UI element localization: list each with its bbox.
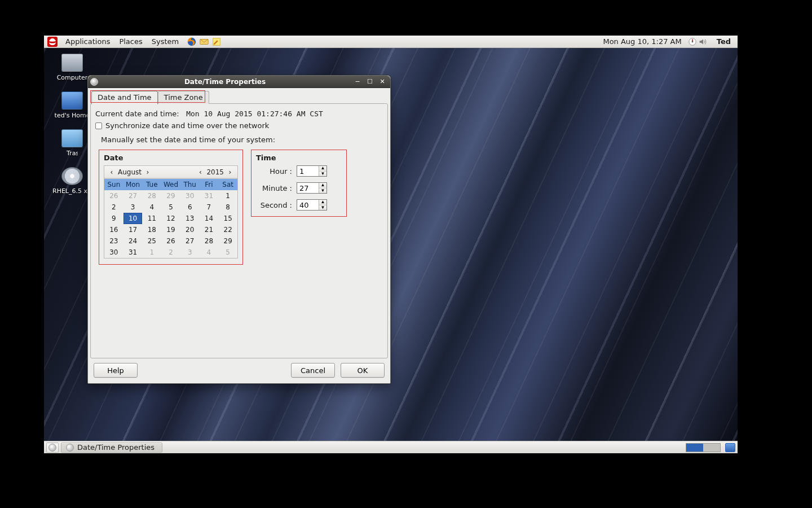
menu-system[interactable]: System: [147, 36, 183, 48]
calendar-day[interactable]: 14: [200, 213, 219, 224]
hour-down-button[interactable]: ▼: [319, 172, 326, 177]
window-close-button[interactable]: ✕: [378, 78, 387, 86]
calendar-day[interactable]: 16: [104, 224, 123, 235]
calendar-day[interactable]: 2: [161, 247, 180, 258]
cpu-scaling-icon[interactable]: [687, 37, 698, 47]
calendar-day[interactable]: 27: [123, 190, 143, 202]
minute-row: Minute : ▲▼: [256, 182, 342, 194]
tab-time-zone[interactable]: Time Zone: [158, 91, 209, 104]
workspace-pager[interactable]: [686, 443, 721, 452]
calendar-day[interactable]: 5: [161, 202, 180, 213]
launcher-firefox[interactable]: [186, 36, 198, 48]
calendar-day[interactable]: 5: [218, 247, 237, 258]
calendar-day[interactable]: 9: [104, 213, 123, 224]
calendar-year[interactable]: 2015: [204, 168, 226, 176]
sync-network-checkbox[interactable]: [95, 122, 102, 129]
panel-clock[interactable]: Mon Aug 10, 1:27 AM: [597, 37, 687, 46]
taskbar-item-datetime[interactable]: Date/Time Properties: [61, 443, 162, 453]
calendar-day-selected[interactable]: 10: [123, 213, 143, 224]
calendar-day[interactable]: 17: [123, 224, 143, 235]
calendar-day[interactable]: 31: [123, 247, 143, 258]
calendar-day[interactable]: 27: [180, 235, 200, 247]
show-desktop-button[interactable]: [46, 443, 59, 453]
calendar-day[interactable]: 8: [218, 202, 237, 213]
svg-point-4: [691, 41, 693, 42]
menu-applications[interactable]: Applications: [61, 36, 114, 48]
window-maximize-button[interactable]: ☐: [365, 78, 374, 86]
hour-input[interactable]: [297, 166, 319, 176]
calendar-day[interactable]: 3: [123, 202, 143, 213]
prev-month-button[interactable]: ‹: [108, 168, 116, 176]
calendar-day[interactable]: 25: [142, 235, 161, 247]
next-year-button[interactable]: ›: [226, 168, 234, 176]
calendar-day[interactable]: 22: [218, 224, 237, 235]
calendar-day[interactable]: 20: [180, 224, 200, 235]
sync-network-row: Synchronize date and time over the netwo…: [95, 121, 383, 130]
clock-icon: [90, 78, 98, 86]
disc-icon: [61, 167, 83, 185]
ok-button[interactable]: OK: [341, 363, 385, 378]
minute-input[interactable]: [297, 183, 319, 193]
calendar-day[interactable]: 4: [200, 247, 219, 258]
calendar-day[interactable]: 29: [218, 235, 237, 247]
help-button[interactable]: Help: [94, 363, 138, 378]
calendar-day[interactable]: 21: [200, 224, 219, 235]
window-minimize-button[interactable]: ─: [353, 78, 362, 86]
second-input[interactable]: [297, 200, 319, 210]
calendar-day[interactable]: 13: [180, 213, 200, 224]
calendar-day[interactable]: 1: [218, 190, 237, 202]
calendar-day[interactable]: 1: [142, 247, 161, 258]
next-month-button[interactable]: ›: [144, 168, 152, 176]
home-folder-icon: [61, 91, 83, 110]
calendar-day[interactable]: 6: [180, 202, 200, 213]
calendar-day[interactable]: 28: [142, 190, 161, 202]
current-datetime-row: Current date and time: Mon 10 Aug 2015 0…: [95, 110, 383, 118]
minute-down-button[interactable]: ▼: [319, 189, 326, 194]
calendar-day[interactable]: 4: [142, 202, 161, 213]
time-frame: Time Hour : ▲▼ Minute :: [251, 150, 347, 217]
calendar-day[interactable]: 26: [161, 235, 180, 247]
calendar-row: 30 31 1 2 3 4 5: [104, 247, 237, 258]
calendar-day[interactable]: 28: [200, 235, 219, 247]
calendar: ‹ August › ‹ 2015 › Sun: [104, 165, 238, 259]
cancel-button[interactable]: Cancel: [291, 363, 335, 378]
calendar-day[interactable]: 19: [161, 224, 180, 235]
calendar-day[interactable]: 2: [104, 202, 123, 213]
prev-year-button[interactable]: ‹: [196, 168, 204, 176]
user-menu[interactable]: Ted: [713, 37, 734, 46]
gnome-top-panel: Applications Places System Mon Aug 10, 1…: [44, 36, 738, 48]
window-body: Date and Time Time Zone Current date and…: [88, 88, 390, 383]
calendar-day[interactable]: 30: [180, 190, 200, 202]
calendar-day[interactable]: 26: [104, 190, 123, 202]
calendar-day[interactable]: 31: [200, 190, 219, 202]
tab-date-and-time[interactable]: Date and Time: [91, 91, 158, 104]
calendar-day[interactable]: 18: [142, 224, 161, 235]
trash-applet-icon[interactable]: [725, 443, 735, 452]
calendar-day[interactable]: 30: [104, 247, 123, 258]
second-down-button[interactable]: ▼: [319, 205, 326, 211]
redhat-icon[interactable]: [47, 37, 58, 47]
calendar-day[interactable]: 11: [142, 213, 161, 224]
window-titlebar[interactable]: Date/Time Properties ─ ☐ ✕: [88, 76, 390, 88]
calendar-day[interactable]: 29: [161, 190, 180, 202]
calendar-day[interactable]: 15: [218, 213, 237, 224]
calendar-day[interactable]: 3: [180, 247, 200, 258]
volume-icon[interactable]: [698, 37, 708, 47]
calendar-month[interactable]: August: [116, 168, 144, 176]
workspace-1[interactable]: [686, 444, 703, 452]
desktop-icon-label: Trash: [67, 150, 78, 157]
dow-wed: Wed: [161, 179, 180, 190]
calendar-day[interactable]: 24: [123, 235, 143, 247]
workspace-2[interactable]: [703, 444, 720, 452]
date-legend: Date: [104, 154, 238, 162]
menu-places[interactable]: Places: [114, 36, 147, 48]
launcher-mail[interactable]: [198, 36, 210, 48]
sync-network-label: Synchronize date and time over the netwo…: [105, 121, 269, 130]
launcher-notes[interactable]: [210, 36, 223, 48]
calendar-day[interactable]: 23: [104, 235, 123, 247]
minute-spinner: ▲▼: [297, 182, 327, 194]
calendar-day[interactable]: 7: [200, 202, 219, 213]
calendar-day[interactable]: 12: [161, 213, 180, 224]
calendar-row: 23 24 25 26 27 28 29: [104, 235, 237, 247]
time-legend: Time: [256, 154, 342, 162]
